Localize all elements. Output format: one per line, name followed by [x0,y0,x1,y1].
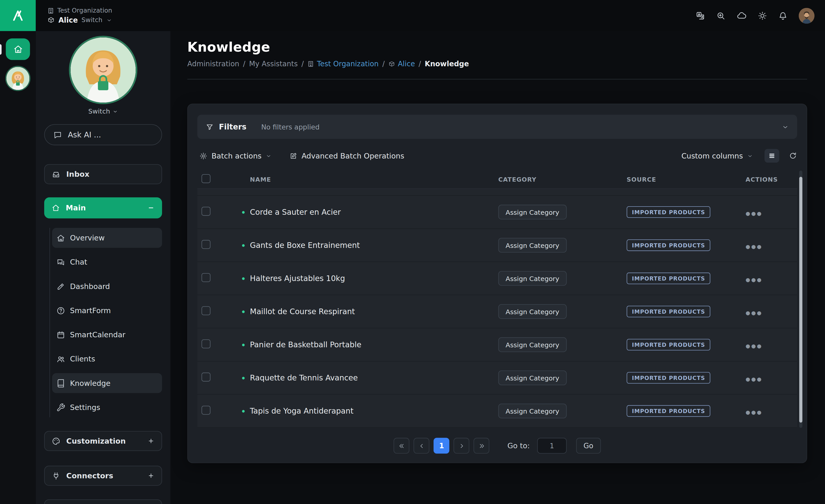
topbar-assistant-name: Alice [58,16,78,24]
assign-category-button[interactable]: Assign Category [498,205,567,219]
row-density-button[interactable] [764,149,779,163]
filters-status: No filters applied [261,123,319,131]
language-icon[interactable] [695,11,705,20]
connectors-label: Connectors [66,472,142,480]
sidebar-item-overview[interactable]: Overview [52,228,162,248]
rows-icon [768,152,776,159]
user-avatar[interactable] [799,8,815,23]
connectors-section-toggle[interactable]: Connectors [44,466,162,486]
row-checkbox[interactable] [202,240,211,249]
breadcrumb: Administration / My Assistants / Test Or… [187,59,807,68]
organization-icon [47,7,54,14]
sidebar-item-clients[interactable]: Clients [52,349,162,369]
select-all-checkbox[interactable] [202,174,211,183]
last-page-button[interactable] [474,438,489,453]
assign-category-button[interactable]: Assign Category [498,404,567,418]
assistant-avatar-large[interactable] [70,37,136,102]
sidebar-switch[interactable]: Switch [88,107,118,115]
page-button-current[interactable]: 1 [434,438,449,453]
topbar: Test Organization Alice Switch [36,0,825,31]
row-name[interactable]: Maillot de Course Respirant [250,307,355,316]
chevron-down-icon [747,153,753,159]
breadcrumb-my-assistants[interactable]: My Assistants [249,59,298,68]
filters-bar[interactable]: Filters No filters applied [197,115,797,139]
theme-sun-icon[interactable] [758,11,767,20]
breadcrumb-administration[interactable]: Administration [187,59,239,68]
topbar-actions [695,8,815,23]
row-actions-menu[interactable]: ●●● [746,310,763,316]
row-checkbox[interactable] [202,306,211,315]
row-actions-menu[interactable]: ●●● [746,210,763,216]
sidebar-item-smartcalendar[interactable]: SmartCalendar [52,325,162,345]
row-actions-menu[interactable]: ●●● [746,276,763,282]
source-badge: IMPORTED PRODUCTS [627,405,710,417]
previous-page-button[interactable] [414,438,430,453]
home-button[interactable] [6,39,30,60]
row-name[interactable]: Corde a Sauter en Acier [250,208,341,216]
row-actions-menu[interactable]: ●●● [746,243,763,249]
header-name: NAME [250,176,492,183]
sidebar-item-dashboard[interactable]: Dashboard [52,276,162,296]
row-checkbox[interactable] [202,405,211,414]
table-row: Panier de Basketball Portable Assign Cat… [197,328,797,361]
refresh-button[interactable] [789,152,797,160]
row-checkbox[interactable] [202,273,211,282]
sidebar-item-chat[interactable]: Chat [52,252,162,272]
topbar-switch-label[interactable]: Switch [81,16,102,24]
next-page-button[interactable] [454,438,469,453]
row-actions-menu[interactable]: ●●● [746,409,763,415]
row-name[interactable]: Raquette de Tennis Avancee [250,373,358,382]
notifications-bell-icon[interactable] [778,11,788,20]
active-route-indicator [0,44,2,55]
status-dot-icon [242,377,244,379]
cloud-icon[interactable] [737,10,747,20]
row-actions-menu[interactable]: ●●● [746,376,763,382]
inbox-button[interactable]: Inbox [44,164,162,184]
row-name[interactable]: Tapis de Yoga Antiderapant [250,407,354,415]
assign-category-button[interactable]: Assign Category [498,304,567,319]
chevron-down-icon [782,123,789,130]
batch-actions-button[interactable]: Batch actions [197,152,274,160]
assign-category-button[interactable]: Assign Category [498,271,567,286]
first-page-button[interactable] [394,438,409,453]
assign-category-button[interactable]: Assign Category [498,238,567,253]
ask-ai-button[interactable]: Ask AI ... [44,124,162,145]
go-button[interactable]: Go [576,438,601,453]
table-scrollbar[interactable] [799,170,802,428]
customization-section-toggle[interactable]: Customization [44,431,162,451]
breadcrumb-assistant-link[interactable]: Alice [388,59,415,68]
goto-page-input[interactable] [537,438,567,453]
scrollbar-thumb[interactable] [799,177,802,423]
row-actions-menu[interactable]: ●●● [746,343,763,349]
breadcrumb-org-link[interactable]: Test Organization [307,59,379,68]
assign-category-button[interactable]: Assign Category [498,370,567,385]
custom-columns-button[interactable]: Custom columns [679,152,755,160]
zoom-in-icon[interactable] [716,11,726,20]
sidebar-item-smartform[interactable]: SmartForm [52,300,162,320]
inbox-label: Inbox [66,170,155,178]
filter-icon [206,123,214,131]
table-toolbar: Batch actions Advanced Batch Operations … [197,146,797,165]
tools-icon [56,282,65,291]
row-checkbox[interactable] [202,339,211,348]
assign-category-button[interactable]: Assign Category [498,337,567,352]
assistant-avatar-small[interactable] [6,67,29,90]
status-dot-icon [242,244,244,246]
row-checkbox[interactable] [202,207,211,216]
row-name[interactable]: Gants de Boxe Entrainement [250,241,360,249]
organization-icon [307,60,314,67]
advanced-batch-operations-button[interactable]: Advanced Batch Operations [287,152,406,160]
row-checkbox[interactable] [202,372,211,381]
row-name[interactable]: Halteres Ajustables 10kg [250,274,345,283]
sidebar-item-settings[interactable]: Settings [52,398,162,417]
sidebar-item-knowledge[interactable]: Knowledge [52,373,162,393]
table-row: Corde a Sauter en Acier Assign Category … [197,196,797,229]
source-badge: IMPORTED PRODUCTS [627,339,710,350]
inbox-icon [52,170,61,179]
org-switcher[interactable]: Test Organization Alice Switch [47,7,112,24]
row-name[interactable]: Panier de Basketball Portable [250,340,361,349]
main-section-toggle[interactable]: Main [44,197,162,218]
assistant-icon [47,16,55,24]
app-logo[interactable] [0,0,36,31]
sidebar-item-label: Clients [70,355,95,363]
